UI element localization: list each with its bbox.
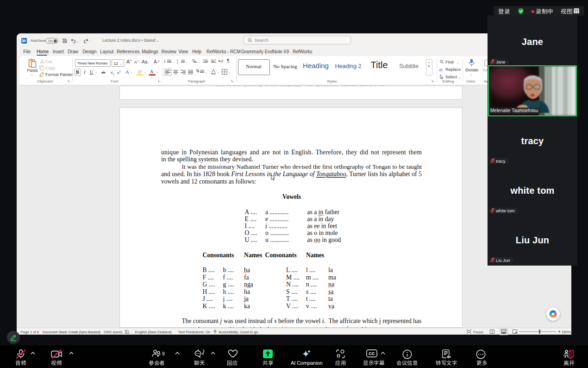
- svg-text:CC: CC: [369, 351, 375, 356]
- svg-text:W: W: [22, 38, 26, 43]
- svg-text:ab: ab: [439, 68, 443, 72]
